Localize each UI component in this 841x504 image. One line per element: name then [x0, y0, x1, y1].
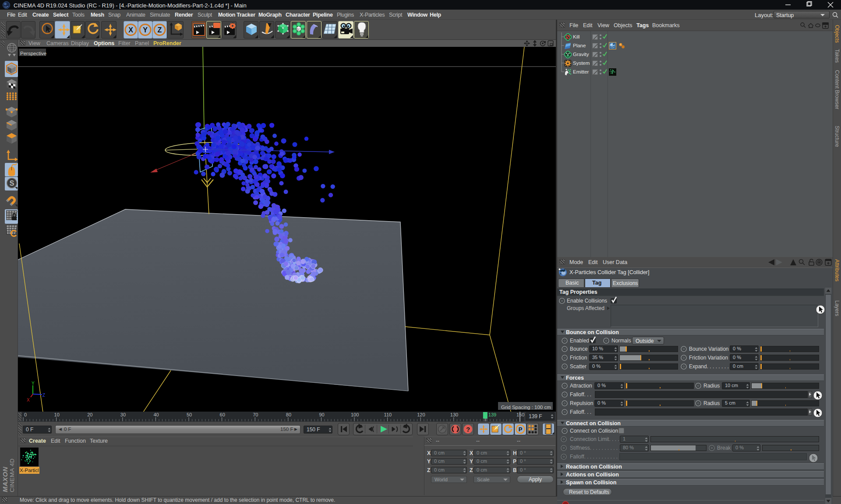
svg-text:Z: Z — [158, 26, 162, 34]
svg-text:S: S — [10, 180, 14, 187]
svg-text:Z: Z — [42, 393, 45, 398]
svg-text:Y: Y — [143, 26, 148, 34]
svg-text:X: X — [27, 398, 30, 402]
svg-text:P: P — [519, 426, 523, 433]
svg-text:X: X — [128, 26, 133, 34]
svg-text:Y: Y — [32, 381, 35, 386]
svg-text:?: ? — [466, 426, 470, 433]
